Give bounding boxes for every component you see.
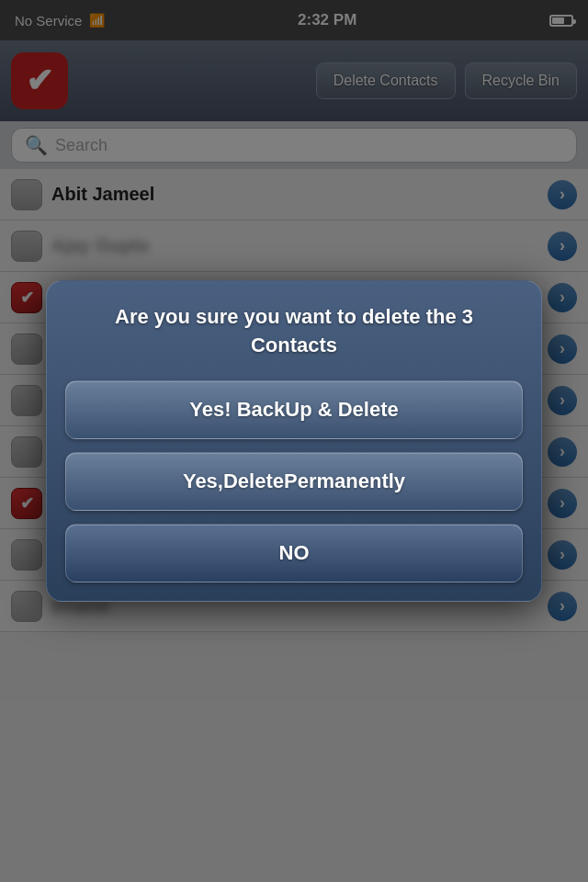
delete-permanently-button[interactable]: Yes,DeletePermanently — [65, 452, 523, 511]
dialog: Are you sure you want to delete the 3 Co… — [46, 280, 542, 602]
backup-delete-button[interactable]: Yes! BackUp & Delete — [65, 380, 523, 439]
modal-overlay: Are you sure you want to delete the 3 Co… — [0, 0, 588, 882]
dialog-title: Are you sure you want to delete the 3 Co… — [65, 303, 523, 368]
no-button[interactable]: NO — [65, 524, 523, 582]
